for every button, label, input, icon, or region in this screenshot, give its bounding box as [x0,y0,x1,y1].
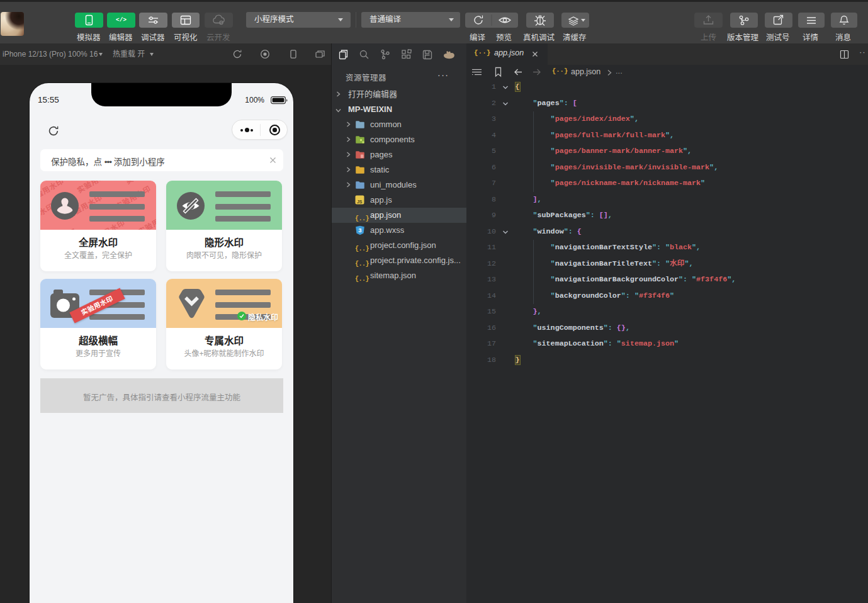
svg-text:JS: JS [357,200,363,204]
svg-text:3: 3 [358,227,361,234]
